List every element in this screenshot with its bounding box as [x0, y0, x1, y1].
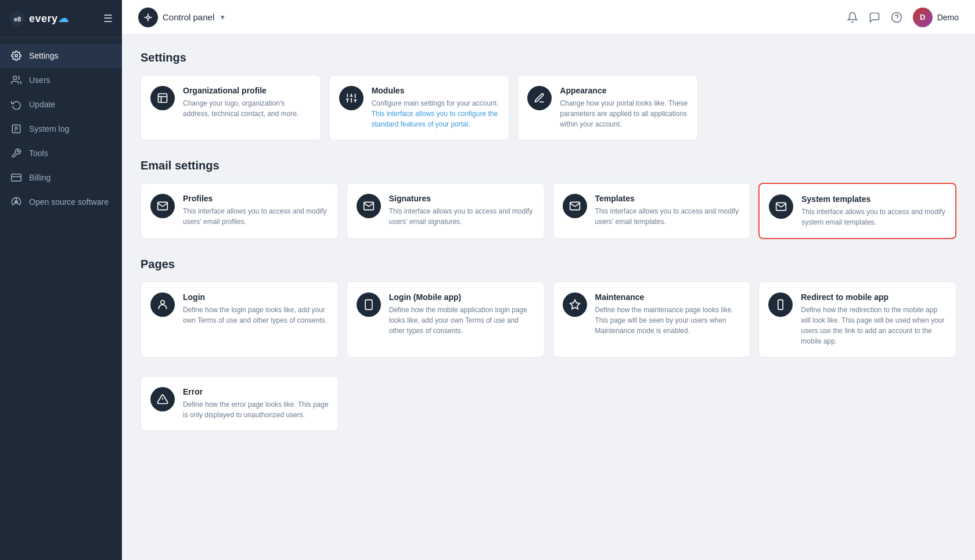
- settings-section-title: Settings: [141, 51, 956, 64]
- pages-cards-grid: Login Define how the login page looks li…: [141, 281, 956, 357]
- sidebar-item-settings-label: Settings: [29, 51, 59, 60]
- header-chevron-icon[interactable]: ▼: [219, 13, 226, 21]
- error-body: Error Define how the error page looks li…: [183, 387, 329, 420]
- header: Control panel ▼ D Demo: [122, 0, 975, 35]
- templates-icon: [563, 194, 587, 218]
- profiles-body: Profiles This interface allows you to ac…: [183, 194, 329, 227]
- hamburger-icon[interactable]: ☰: [103, 12, 113, 25]
- email-settings-cards-grid: Profiles This interface allows you to ac…: [141, 183, 956, 239]
- chat-icon[interactable]: [869, 12, 880, 23]
- org-profile-body: Organizational profile Change your logo,…: [183, 86, 311, 119]
- sidebar-item-update-label: Update: [29, 100, 55, 109]
- redirect-mobile-desc: Define how the redirection to the mobile…: [801, 305, 947, 346]
- pages-row2-grid: Error Define how the error page looks li…: [141, 376, 956, 431]
- svg-rect-18: [159, 94, 167, 103]
- svg-point-11: [147, 16, 150, 19]
- login-mobile-title: Login (Mobile app): [389, 292, 535, 302]
- modules-desc: Configure main settings for your account…: [372, 98, 500, 129]
- templates-title: Templates: [595, 194, 741, 203]
- redirect-mobile-body: Redirect to mobile app Define how the re…: [801, 292, 947, 346]
- svg-text:e8: e8: [14, 16, 21, 23]
- notification-icon[interactable]: [847, 12, 858, 23]
- sidebar-item-system-log[interactable]: System log: [0, 117, 122, 141]
- card-modules[interactable]: Modules Configure main settings for your…: [329, 75, 510, 140]
- card-organizational-profile[interactable]: Organizational profile Change your logo,…: [141, 75, 321, 140]
- header-title: Control panel: [163, 12, 214, 22]
- settings-icon: [10, 50, 22, 62]
- sidebar-item-open-source[interactable]: Open source software: [0, 190, 122, 214]
- sidebar-item-system-log-label: System log: [29, 124, 69, 133]
- login-body: Login Define how the login page looks li…: [183, 292, 329, 326]
- profiles-desc: This interface allows you to access and …: [183, 206, 329, 227]
- svg-point-30: [161, 301, 165, 305]
- maintenance-desc: Define how the maintenance page looks li…: [595, 305, 741, 336]
- header-right: D Demo: [847, 8, 959, 27]
- appearance-icon: [527, 86, 552, 110]
- user-avatar: D: [913, 8, 933, 27]
- templates-body: Templates This interface allows you to a…: [595, 194, 741, 227]
- card-login[interactable]: Login Define how the login page looks li…: [141, 281, 339, 357]
- sidebar-logo: e8 every☁ ☰: [0, 0, 122, 38]
- users-icon: [10, 74, 22, 86]
- card-error[interactable]: Error Define how the error page looks li…: [141, 376, 339, 431]
- sidebar-item-settings[interactable]: Settings: [0, 44, 122, 68]
- modules-icon: [339, 86, 364, 110]
- sidebar-item-billing-label: Billing: [29, 173, 51, 182]
- header-left: Control panel ▼: [138, 8, 226, 27]
- system-templates-desc: This interface allows you to access and …: [801, 207, 946, 227]
- error-title: Error: [183, 387, 329, 396]
- maintenance-icon: [563, 292, 587, 317]
- logo-text: every☁: [29, 12, 69, 25]
- control-panel-icon: [138, 8, 158, 27]
- profiles-icon: [150, 194, 175, 218]
- email-settings-section: Email settings Profiles This interface a…: [141, 159, 956, 239]
- svg-point-3: [13, 76, 17, 80]
- logo: e8 every☁: [9, 10, 69, 27]
- system-templates-body: System templates This interface allows y…: [801, 194, 946, 227]
- signatures-icon: [357, 194, 381, 218]
- templates-desc: This interface allows you to access and …: [595, 206, 741, 227]
- card-profiles[interactable]: Profiles This interface allows you to ac…: [141, 183, 339, 239]
- open-source-icon: [10, 196, 22, 208]
- page-content: Settings Organizational profile Change y…: [122, 35, 975, 560]
- card-login-mobile[interactable]: Login (Mobile app) Define how the mobile…: [347, 281, 545, 357]
- sidebar-item-open-source-label: Open source software: [29, 197, 109, 207]
- system-log-icon: [10, 123, 22, 135]
- settings-cards-grid: Organizational profile Change your logo,…: [141, 75, 698, 140]
- login-icon: [150, 292, 175, 317]
- error-icon: [150, 387, 175, 411]
- sidebar-item-update[interactable]: Update: [0, 92, 122, 117]
- settings-section: Settings Organizational profile Change y…: [141, 51, 956, 140]
- org-profile-desc: Change your logo, organization's address…: [183, 98, 311, 119]
- login-mobile-body: Login (Mobile app) Define how the mobile…: [389, 292, 535, 336]
- card-signatures[interactable]: Signatures This interface allows you to …: [347, 183, 545, 239]
- profiles-title: Profiles: [183, 194, 329, 203]
- sidebar-item-users[interactable]: Users: [0, 68, 122, 92]
- login-mobile-desc: Define how the mobile application login …: [389, 305, 535, 336]
- logo-icon: e8: [9, 10, 26, 27]
- card-appearance[interactable]: Appearance Change how your portal looks …: [517, 75, 698, 140]
- card-redirect-mobile[interactable]: Redirect to mobile app Define how the re…: [758, 281, 956, 357]
- card-maintenance[interactable]: Maintenance Define how the maintenance p…: [553, 281, 751, 357]
- login-mobile-icon: [357, 292, 381, 317]
- pages-section-title: Pages: [141, 258, 956, 271]
- sidebar-item-users-label: Users: [29, 75, 51, 85]
- email-settings-section-title: Email settings: [141, 159, 956, 172]
- user-name: Demo: [937, 13, 959, 22]
- maintenance-body: Maintenance Define how the maintenance p…: [595, 292, 741, 336]
- system-templates-title: System templates: [801, 194, 946, 204]
- system-templates-icon: [769, 194, 793, 219]
- user-menu[interactable]: D Demo: [913, 8, 959, 27]
- svg-rect-8: [12, 174, 21, 181]
- appearance-body: Appearance Change how your portal looks …: [560, 86, 688, 129]
- modules-title: Modules: [372, 86, 500, 95]
- signatures-title: Signatures: [389, 194, 535, 203]
- appearance-title: Appearance: [560, 86, 688, 95]
- help-icon[interactable]: [891, 12, 902, 23]
- sidebar-item-tools[interactable]: Tools: [0, 141, 122, 165]
- card-system-templates[interactable]: System templates This interface allows y…: [758, 183, 956, 239]
- card-templates[interactable]: Templates This interface allows you to a…: [553, 183, 751, 239]
- error-desc: Define how the error page looks like. Th…: [183, 399, 329, 420]
- main-content: Control panel ▼ D Demo: [122, 0, 975, 560]
- sidebar-item-billing[interactable]: Billing: [0, 165, 122, 190]
